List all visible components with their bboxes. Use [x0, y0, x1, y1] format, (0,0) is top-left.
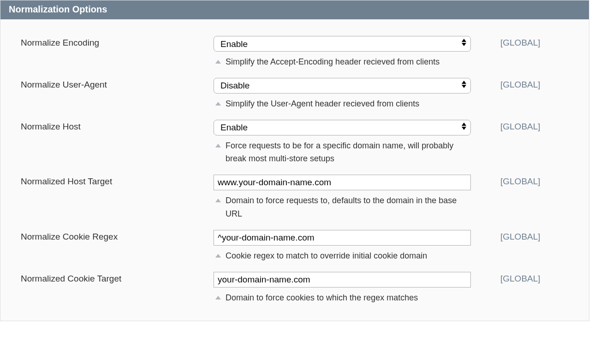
- help-text: Simplify the User-Agent header recieved …: [226, 97, 473, 111]
- field-value: Cookie regex to match to override initia…: [214, 230, 473, 263]
- field-value: Disable Simplify the User-Agent header r…: [214, 78, 473, 111]
- normalized-cookie-target-input[interactable]: [214, 272, 471, 288]
- panel-body: Normalize Encoding Enable Simplify the A…: [0, 19, 589, 321]
- field-label: Normalize Cookie Regex: [21, 230, 214, 242]
- normalization-options-panel: Normalization Options Normalize Encoding…: [0, 0, 589, 321]
- field-normalize-user-agent: Normalize User-Agent Disable Simplify th…: [21, 78, 575, 111]
- field-label: Normalize Encoding: [21, 36, 214, 48]
- scope-label: [GLOBAL]: [473, 230, 575, 242]
- field-label: Normalize User-Agent: [21, 78, 214, 90]
- field-help: Simplify the Accept-Encoding header reci…: [214, 55, 473, 69]
- normalize-user-agent-select[interactable]: Disable: [214, 78, 471, 94]
- field-normalize-cookie-regex: Normalize Cookie Regex Cookie regex to m…: [21, 230, 575, 263]
- triangle-up-icon: [215, 102, 221, 106]
- field-label: Normalized Cookie Target: [21, 272, 214, 284]
- scope-label: [GLOBAL]: [473, 78, 575, 90]
- field-value: Domain to force cookies to which the reg…: [214, 272, 473, 305]
- panel-title: Normalization Options: [0, 0, 589, 19]
- field-normalize-host: Normalize Host Enable Force requests to …: [21, 120, 575, 166]
- triangle-up-icon: [215, 254, 221, 258]
- field-value: Enable Force requests to be for a specif…: [214, 120, 473, 166]
- select-wrap: Enable: [214, 36, 471, 52]
- normalized-host-target-input[interactable]: [214, 175, 471, 190]
- scope-label: [GLOBAL]: [473, 36, 575, 48]
- select-wrap: Disable: [214, 78, 471, 94]
- normalize-encoding-select[interactable]: Enable: [214, 36, 471, 52]
- field-help: Simplify the User-Agent header recieved …: [214, 97, 473, 111]
- field-normalized-cookie-target: Normalized Cookie Target Domain to force…: [21, 272, 575, 305]
- field-label: Normalize Host: [21, 120, 214, 132]
- field-value: Domain to force requests to, defaults to…: [214, 175, 473, 221]
- field-normalize-encoding: Normalize Encoding Enable Simplify the A…: [21, 36, 575, 69]
- field-help: Domain to force cookies to which the reg…: [214, 291, 473, 305]
- normalize-host-select[interactable]: Enable: [214, 120, 471, 135]
- help-text: Force requests to be for a specific doma…: [226, 139, 473, 166]
- field-help: Cookie regex to match to override initia…: [214, 249, 473, 263]
- normalize-cookie-regex-input[interactable]: [214, 230, 471, 246]
- field-normalized-host-target: Normalized Host Target Domain to force r…: [21, 175, 575, 221]
- help-text: Domain to force requests to, defaults to…: [226, 194, 473, 221]
- field-value: Enable Simplify the Accept-Encoding head…: [214, 36, 473, 69]
- help-text: Simplify the Accept-Encoding header reci…: [226, 55, 473, 69]
- triangle-up-icon: [215, 60, 221, 64]
- triangle-up-icon: [215, 199, 221, 202]
- scope-label: [GLOBAL]: [473, 175, 575, 187]
- field-label: Normalized Host Target: [21, 175, 214, 187]
- help-text: Cookie regex to match to override initia…: [226, 249, 473, 263]
- field-help: Force requests to be for a specific doma…: [214, 139, 473, 166]
- triangle-up-icon: [215, 296, 221, 299]
- help-text: Domain to force cookies to which the reg…: [226, 291, 473, 305]
- scope-label: [GLOBAL]: [473, 120, 575, 132]
- scope-label: [GLOBAL]: [473, 272, 575, 284]
- select-wrap: Enable: [214, 120, 471, 135]
- triangle-up-icon: [215, 144, 221, 147]
- field-help: Domain to force requests to, defaults to…: [214, 194, 473, 221]
